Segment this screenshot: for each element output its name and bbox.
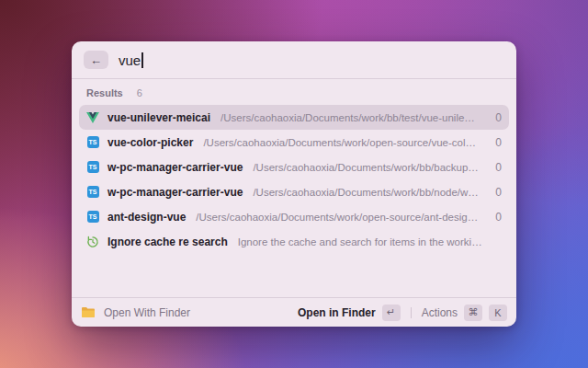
result-row[interactable]: TS vue-color-picker /Users/caohaoxia/Doc…	[79, 130, 509, 155]
return-key: ↵	[382, 305, 401, 321]
result-row[interactable]: TS w-pc-manager-carrier-vue /Users/caoha…	[79, 179, 509, 204]
result-path: /Users/caohaoxia/Documents/work/open-sou…	[196, 212, 480, 223]
actions-button[interactable]: Actions ⌘ K	[422, 305, 507, 321]
results-label: Results	[86, 87, 123, 98]
result-title: vue-color-picker	[107, 136, 193, 149]
result-path: /Users/caohaoxia/Documents/work/bb/node/…	[253, 187, 480, 198]
actions-label: Actions	[422, 306, 458, 319]
result-row[interactable]: vue-unilever-meicai /Users/caohaoxia/Doc…	[79, 105, 509, 130]
result-title: Ignore cache re search	[107, 236, 228, 248]
result-row[interactable]: Ignore cache re search Ignore the cache …	[79, 229, 509, 254]
result-row[interactable]: TS ant-design-vue /Users/caohaoxia/Docum…	[79, 204, 509, 229]
launcher-window: ← vue Results 6 vue-unilever-meicai /Use…	[72, 41, 516, 327]
cmd-key: ⌘	[464, 305, 482, 321]
result-path: /Users/caohaoxia/Documents/work/bb/backu…	[253, 162, 480, 173]
result-accessory: 0	[488, 186, 502, 199]
k-key: K	[489, 305, 507, 321]
typescript-icon: TS	[87, 161, 99, 173]
search-input[interactable]: vue	[119, 52, 143, 68]
back-button[interactable]: ←	[84, 51, 108, 69]
result-path: /Users/caohaoxia/Documents/work/open-sou…	[203, 137, 480, 148]
footer: Open With Finder Open in Finder ↵ Action…	[72, 297, 516, 327]
search-bar: ← vue	[72, 41, 516, 79]
open-in-finder-button[interactable]: Open in Finder ↵	[298, 305, 401, 321]
text-caret	[141, 52, 143, 68]
footer-divider	[411, 307, 412, 318]
arrow-left-icon: ←	[90, 53, 102, 67]
result-title: w-pc-manager-carrier-vue	[107, 186, 243, 199]
result-accessory: 0	[488, 161, 502, 174]
result-accessory: 0	[488, 111, 502, 124]
result-accessory: 0	[488, 211, 502, 224]
results-area: Results 6 vue-unilever-meicai /Users/cao…	[72, 79, 516, 297]
result-title: vue-unilever-meicai	[107, 111, 210, 124]
history-icon	[86, 236, 99, 248]
result-path: Ignore the cache and search for items in…	[238, 236, 486, 247]
finder-folder-icon	[81, 306, 96, 318]
search-query: vue	[119, 52, 141, 68]
typescript-icon: TS	[87, 211, 99, 223]
open-with-finder-label: Open With Finder	[104, 306, 190, 319]
result-path: /Users/caohaoxia/Documents/work/bb/test/…	[220, 112, 480, 123]
result-accessory: 0	[488, 136, 502, 149]
result-title: ant-design-vue	[107, 211, 186, 224]
results-section-header: Results 6	[79, 79, 509, 105]
result-row[interactable]: TS w-pc-manager-carrier-vue /Users/caoha…	[79, 155, 509, 179]
typescript-icon: TS	[87, 186, 99, 198]
results-list: vue-unilever-meicai /Users/caohaoxia/Doc…	[79, 105, 509, 254]
typescript-icon: TS	[87, 136, 99, 148]
vue-logo-icon	[86, 112, 99, 123]
result-title: w-pc-manager-carrier-vue	[107, 161, 243, 174]
open-in-finder-label: Open in Finder	[298, 306, 376, 319]
results-count: 6	[137, 87, 142, 98]
